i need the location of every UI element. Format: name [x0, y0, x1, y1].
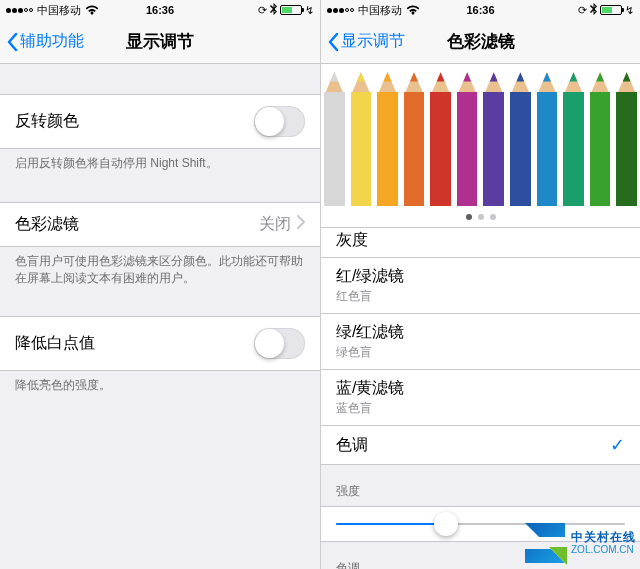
color-filters-row[interactable]: 色彩滤镜 关闭	[0, 202, 320, 247]
chevron-left-icon	[6, 32, 18, 52]
pencil	[560, 64, 587, 206]
reduce-whitepoint-note: 降低亮色的强度。	[0, 371, 320, 394]
orientation-lock-icon: ⟳	[578, 4, 587, 17]
color-filters-note: 色盲用户可使用色彩滤镜来区分颜色。此功能还可帮助在屏幕上阅读文本有困难的用户。	[0, 247, 320, 287]
charging-icon: ↯	[305, 4, 314, 17]
watermark-line1: 中关村在线	[571, 531, 636, 544]
nav-bar: 显示调节 色彩滤镜	[321, 20, 640, 64]
filter-label: 红/绿滤镜	[336, 267, 404, 284]
pencils-preview[interactable]	[321, 64, 640, 206]
page-dot	[466, 214, 472, 220]
nav-title: 显示调节	[126, 30, 194, 53]
pencil	[587, 64, 614, 206]
filter-label: 灰度	[336, 231, 368, 248]
pencil	[321, 64, 348, 206]
invert-colors-row[interactable]: 反转颜色	[0, 94, 320, 149]
status-time: 16:36	[466, 4, 494, 16]
status-bar: 中国移动 16:36 ⟳ ↯	[0, 0, 320, 20]
checkmark-icon: ✓	[610, 434, 625, 456]
watermark-line2: ZOL.COM.CN	[571, 544, 636, 555]
color-filters-label: 色彩滤镜	[15, 214, 259, 235]
pencil	[613, 64, 640, 206]
reduce-whitepoint-row[interactable]: 降低白点值	[0, 316, 320, 371]
invert-colors-label: 反转颜色	[15, 111, 254, 132]
filter-label: 色调	[336, 436, 368, 453]
status-bar: 中国移动 16:36 ⟳ ↯	[321, 0, 640, 20]
page-indicator[interactable]	[321, 206, 640, 228]
invert-colors-switch[interactable]	[254, 106, 305, 137]
page-dot	[478, 214, 484, 220]
wifi-icon	[85, 5, 99, 17]
back-button[interactable]: 显示调节	[321, 31, 405, 52]
invert-colors-note: 启用反转颜色将自动停用 Night Shift。	[0, 149, 320, 172]
filter-label: 绿/红滤镜	[336, 323, 404, 340]
pencil	[534, 64, 561, 206]
wifi-icon	[406, 5, 420, 17]
pencil	[374, 64, 401, 206]
filter-sublabel: 红色盲	[336, 288, 625, 305]
back-label: 显示调节	[341, 31, 405, 52]
section-header-intensity: 强度	[321, 465, 640, 506]
battery-icon	[280, 5, 302, 15]
reduce-whitepoint-switch[interactable]	[254, 328, 305, 359]
phone-color-filters: 中国移动 16:36 ⟳ ↯ 显示调节 色彩滤镜 灰度 红/绿滤镜红色盲绿/红滤…	[320, 0, 640, 569]
phone-display-accommodations: 中国移动 16:36 ⟳ ↯ 辅助功能 显示调节 反转颜色 启用反转颜色将自动停…	[0, 0, 320, 569]
filter-label: 蓝/黄滤镜	[336, 379, 404, 396]
bluetooth-icon	[270, 3, 277, 17]
pencil	[480, 64, 507, 206]
filter-sublabel: 蓝色盲	[336, 400, 625, 417]
signal-dots-icon	[327, 8, 354, 13]
filter-row-tint[interactable]: 色调 ✓	[321, 426, 640, 465]
orientation-lock-icon: ⟳	[258, 4, 267, 17]
filter-row[interactable]: 蓝/黄滤镜蓝色盲	[321, 370, 640, 426]
zol-logo-icon	[525, 523, 565, 563]
charging-icon: ↯	[625, 4, 634, 17]
watermark: 中关村在线 ZOL.COM.CN	[525, 523, 636, 563]
filter-sublabel: 绿色盲	[336, 344, 625, 361]
nav-bar: 辅助功能 显示调节	[0, 20, 320, 64]
signal-dots-icon	[6, 8, 33, 13]
filter-row-grayscale[interactable]: 灰度	[321, 228, 640, 258]
status-time: 16:36	[146, 4, 174, 16]
chevron-left-icon	[327, 32, 339, 52]
carrier-label: 中国移动	[37, 3, 81, 18]
bluetooth-icon	[590, 3, 597, 17]
pencil	[454, 64, 481, 206]
nav-title: 色彩滤镜	[447, 30, 515, 53]
page-dot	[490, 214, 496, 220]
back-button[interactable]: 辅助功能	[0, 31, 84, 52]
filter-row[interactable]: 红/绿滤镜红色盲	[321, 258, 640, 314]
pencil	[348, 64, 375, 206]
chevron-right-icon	[297, 215, 305, 233]
slider-thumb[interactable]	[434, 512, 458, 536]
filter-row[interactable]: 绿/红滤镜绿色盲	[321, 314, 640, 370]
pencil	[507, 64, 534, 206]
color-filters-value: 关闭	[259, 214, 291, 235]
battery-icon	[600, 5, 622, 15]
carrier-label: 中国移动	[358, 3, 402, 18]
pencil	[401, 64, 428, 206]
back-label: 辅助功能	[20, 31, 84, 52]
reduce-whitepoint-label: 降低白点值	[15, 333, 254, 354]
pencil	[427, 64, 454, 206]
